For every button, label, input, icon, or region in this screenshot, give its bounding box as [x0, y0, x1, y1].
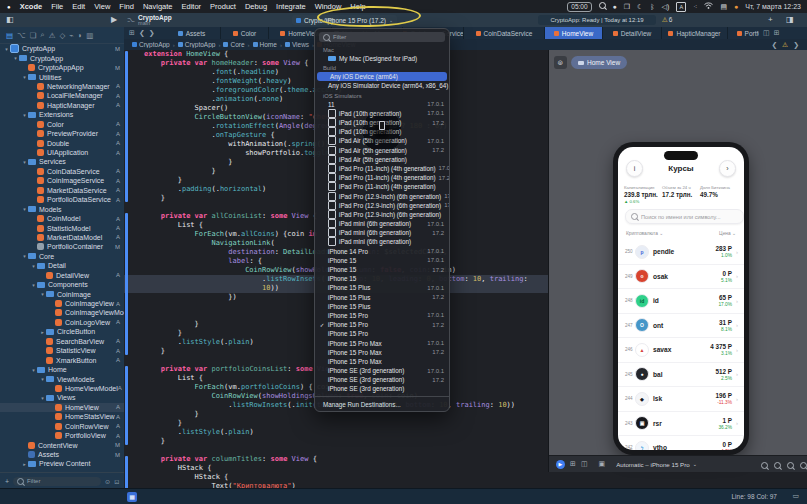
tree-item-components[interactable]: ▾Components	[0, 280, 124, 289]
tree-item-coinrowview[interactable]: CoinRowViewA	[0, 422, 124, 431]
preview-device-selector[interactable]: Automatic – iPhone 15 Pro ⌄	[616, 461, 697, 468]
tab-hapticmanager[interactable]: HapticManager	[662, 27, 728, 39]
menubar-clock[interactable]: Чт, 7 марта 12:23	[745, 3, 801, 10]
stage-manager-icon[interactable]: ❐	[624, 0, 630, 13]
project-navigator-icon[interactable]: ▤	[6, 31, 13, 40]
tree-item-coinmodel[interactable]: CoinModelA	[0, 214, 124, 223]
disclosure-triangle[interactable]: ▾	[12, 55, 19, 61]
destination-item-iphone-15-plus[interactable]: iPhone 15 Plus	[315, 302, 449, 311]
zoom-out-button[interactable]	[761, 455, 768, 473]
tree-item-portfoliocontainer[interactable]: PortfolioContainerM	[0, 242, 124, 251]
accessibility-preview-icon[interactable]: ◫	[581, 460, 588, 468]
disclosure-triangle[interactable]: ▾	[21, 112, 28, 118]
destination-item-ipad-air-5th-generation-[interactable]: iPad Air (5th generation)17.0.1	[315, 136, 449, 145]
destination-filter-field[interactable]: Filter	[319, 32, 445, 42]
info-button[interactable]: i	[626, 160, 643, 177]
breakpoints-navigator-icon[interactable]: ◗	[78, 31, 83, 40]
coin-row-osak[interactable]: 249oosak0 Р5.1%›	[618, 265, 744, 290]
coin-row-pendle[interactable]: 250ppendle283 Р1.0%›	[618, 240, 744, 265]
spotlight-search-icon[interactable]	[599, 0, 606, 13]
tree-item-extensions[interactable]: ▾Extensions	[0, 110, 124, 119]
code-line[interactable]	[124, 446, 548, 455]
forward-icon[interactable]: ❯	[149, 29, 155, 37]
tree-item-networkingmanager[interactable]: NetworkingManagerA	[0, 82, 124, 91]
code-line[interactable]: .listStyle(.plain)	[124, 428, 548, 437]
breadcrumb-item-cryptoapp[interactable]: CryptoApp	[178, 41, 216, 48]
tree-item-uiapplication[interactable]: UIApplicationA	[0, 148, 124, 157]
navigator-filter-field[interactable]: Filter	[13, 477, 101, 486]
coin-row-savax[interactable]: 246▲savax4 375 Р3.1%›	[618, 338, 744, 363]
destination-item-iphone-15-pro[interactable]: iPhone 15 Pro17.0.1	[315, 311, 449, 320]
menu-find[interactable]: Find	[119, 2, 134, 11]
destination-item-ipad-10th-generation-[interactable]: iPad (10th generation)17.0.1	[315, 109, 449, 118]
destination-item-ipad-pro-11-inch-4th-generation-[interactable]: iPad Pro (11-inch) (4th generation)17.0.…	[315, 164, 449, 173]
scheme-project-info[interactable]: ⌥ CryptoApp main	[127, 14, 172, 26]
destination-selector[interactable]: iPhone 15 Pro (17.2) ⌄	[322, 15, 397, 25]
zoom-fit-button[interactable]	[774, 455, 781, 473]
tab-detailview[interactable]: DetailView	[603, 27, 662, 39]
tree-item-statisticmodel[interactable]: StatisticModelA	[0, 223, 124, 232]
destination-item-my-mac-designed-for-ipad-[interactable]: My Mac (Designed for iPad)	[315, 54, 449, 63]
tree-item-preview-content[interactable]: ▸Preview Content	[0, 459, 124, 468]
issue-warning-icon[interactable]: ⚠	[782, 41, 788, 49]
tree-item-cryptoapp[interactable]: ▾CryptoAppM	[0, 44, 124, 53]
disclosure-triangle[interactable]: ▾	[21, 253, 28, 259]
tree-item-cryptoapp[interactable]: ▾CryptoApp	[0, 53, 124, 62]
menu-integrate[interactable]: Integrate	[276, 2, 306, 11]
preview-target-pill[interactable]: Home View	[571, 56, 627, 69]
zoom-actual-button[interactable]	[787, 455, 794, 473]
destination-item-any-ios-simulator-device-arm64-x86-64-[interactable]: Any iOS Simulator Device (arm64, x86_64)	[315, 81, 449, 90]
disclosure-triangle[interactable]: ▾	[21, 159, 28, 165]
tab-portfolioview[interactable]: PortfolioView	[728, 27, 759, 39]
tab-assets[interactable]: Assets	[163, 27, 221, 39]
tree-item-viewmodels[interactable]: ▾ViewModels	[0, 374, 124, 383]
disclosure-triangle[interactable]: ▾	[39, 291, 46, 297]
menu-navigate[interactable]: Navigate	[143, 2, 173, 11]
destination-item-ipad-air-5th-generation-[interactable]: iPad Air (5th generation)17.2	[315, 146, 449, 155]
tree-item-core[interactable]: ▾Core	[0, 252, 124, 261]
screen-recording-timer[interactable]: 05:00	[567, 2, 591, 12]
tree-item-color[interactable]: ColorA	[0, 120, 124, 129]
coin-row-ont[interactable]: 247Oont31 Р8.1%›	[618, 314, 744, 339]
tree-item-detailview[interactable]: DetailViewA	[0, 271, 124, 280]
disclosure-triangle[interactable]: ▾	[30, 263, 37, 269]
tree-item-homeviewmodel[interactable]: HomeViewModelA	[0, 384, 124, 393]
tree-item-coinimageview[interactable]: CoinImageViewA	[0, 299, 124, 308]
destination-item-ipad-mini-6th-generation-[interactable]: iPad mini (6th generation)17.0.1	[315, 219, 449, 228]
coin-row-id[interactable]: 248idid65 Р17.0%›	[618, 289, 744, 314]
destination-item-ipad-pro-12-9-inch-6th-generation-[interactable]: iPad Pro (12.9-inch) (6th generation)17.…	[315, 191, 449, 200]
tree-item-utilities[interactable]: ▾Utilities	[0, 72, 124, 81]
tree-item-models[interactable]: ▾Models	[0, 204, 124, 213]
tree-item-circlebutton[interactable]: ▸CircleButton	[0, 327, 124, 336]
tree-item-coinimageservice[interactable]: CoinImageServiceA	[0, 176, 124, 185]
destination-item-iphone-15-pro[interactable]: ✓iPhone 15 Pro17.2	[315, 320, 449, 329]
run-button[interactable]: ▶	[111, 15, 117, 24]
find-navigator-icon[interactable]: ⌕	[40, 30, 44, 40]
menu-help[interactable]: Help	[350, 2, 365, 11]
destination-item-ipad-pro-12-9-inch-6th-generation-[interactable]: iPad Pro (12.9-inch) (6th generation)	[315, 210, 449, 219]
menu-view[interactable]: View	[94, 2, 110, 11]
zoom-in-button[interactable]	[800, 455, 807, 473]
tab-homeview[interactable]: HomeView	[545, 27, 603, 39]
add-file-button[interactable]: +	[5, 478, 9, 485]
coin-row-vtho[interactable]: 242ϟvtho0 Р-4.7%›	[618, 436, 744, 450]
menu-editor[interactable]: Editor	[182, 2, 202, 11]
tests-navigator-icon[interactable]: ◇	[59, 31, 65, 40]
variants-icon[interactable]: ⊞	[570, 460, 576, 468]
tree-item-homestatsview[interactable]: HomeStatsViewA	[0, 412, 124, 421]
breadcrumb-item-core[interactable]: Core	[223, 41, 244, 48]
destination-item-iphone-15[interactable]: iPhone 1517.2	[315, 265, 449, 274]
editor-layout-button[interactable]: ◨	[786, 15, 794, 24]
warning-count-badge[interactable]: ⚠6	[662, 16, 672, 24]
recording-indicator[interactable]: ●	[734, 0, 738, 13]
destination-item-iphone-15-plus[interactable]: iPhone 15 Plus17.0.1	[315, 283, 449, 292]
coin-row-bal[interactable]: 245●bal512 Р2.5%›	[618, 363, 744, 388]
tree-item-xmarkbutton[interactable]: XmarkButtonA	[0, 355, 124, 364]
tree-item-previewprovider[interactable]: PreviewProviderA	[0, 129, 124, 138]
destination-item-iphone-15-plus[interactable]: iPhone 15 Plus17.2	[315, 293, 449, 302]
adjust-editor-icon[interactable]: ◫	[763, 29, 770, 37]
destination-item-iphone-15-pro[interactable]: iPhone 15 Pro	[315, 329, 449, 338]
control-center-icon[interactable]: ⁖	[693, 0, 697, 13]
input-source-icon[interactable]: A	[676, 2, 686, 12]
destination-item-iphone-se-3rd-generation-[interactable]: iPhone SE (3rd generation)	[315, 384, 449, 393]
